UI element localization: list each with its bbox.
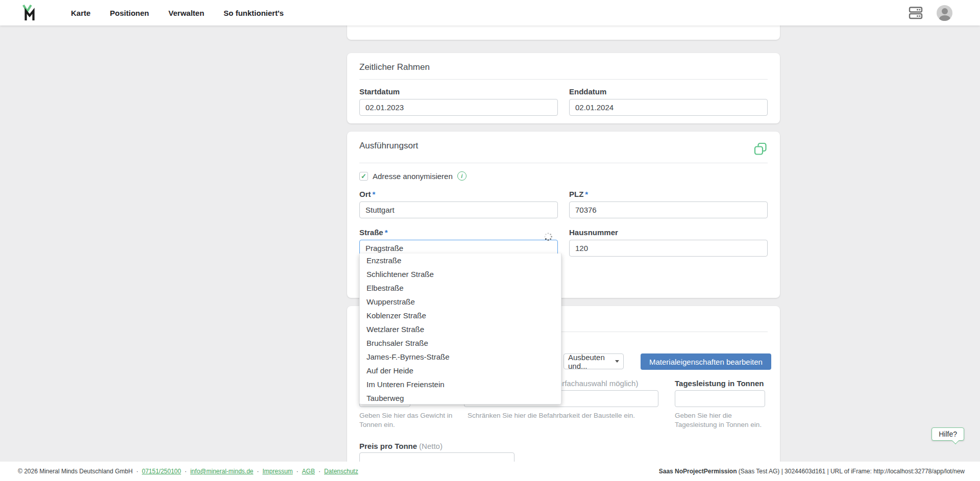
field-startdatum: Startdatum [359,87,558,116]
footer-link[interactable]: Impressum [253,468,292,475]
user-avatar[interactable] [937,5,952,21]
loading-spinner-icon [544,232,553,241]
materialeigenschaften-bearbeiten-button[interactable]: Materialeigenschaften bearbeiten [641,353,771,370]
suggestion-item[interactable]: Tauberweg [360,391,561,404]
required-asterisk: * [373,190,376,198]
suggestion-item[interactable]: Wupperstraße [360,295,561,309]
checkmark-icon: ✓ [361,173,366,180]
field-plz: PLZ* [569,190,768,218]
divider [359,79,768,80]
section-title: Ausführungsort [359,141,418,151]
avatar-head [942,8,948,14]
anonymize-label: Adresse anonymisieren [373,172,453,181]
street-suggestions-dropdown: EnzstraßeSchlichtener StraßeElbestraßeWu… [359,254,561,404]
befahrbarkeit-select[interactable]: Ausbeuten und... [564,353,624,369]
footer-link[interactable]: 07151/250100 [133,468,181,475]
anonymize-checkbox[interactable]: ✓ [359,172,368,181]
main-nav: KartePositionenVerwaltenSo funktioniert'… [71,9,284,17]
suggestion-item[interactable]: James-F.-Byrnes-Straße [360,350,561,364]
top-navbar: KartePositionenVerwaltenSo funktioniert'… [0,0,980,26]
header-right [908,5,952,21]
chevron-down-icon [615,360,619,363]
netto-suffix: (Netto) [419,442,443,450]
startdatum-label: Startdatum [359,87,558,96]
environment-info: (Saas Test AG) | 30244603d161 | URL of i… [737,468,965,475]
footer-links: 07151/250100info@mineral-minds.deImpress… [133,468,358,475]
footer-bar: © 2026 Mineral Minds Deutschland GmbH 07… [0,462,980,481]
field-ort: Ort* [359,190,558,218]
info-icon[interactable]: i [457,171,467,181]
field-enddatum: Enddatum [569,87,768,116]
suggestion-item[interactable]: Schlichtener Straße [360,267,561,281]
suggestion-item[interactable]: Im Unteren Freienstein [360,377,561,391]
section-title: Zeitlicher Rahmen [359,62,768,72]
enddatum-input[interactable] [569,99,768,116]
enddatum-label: Enddatum [569,87,768,96]
select-value: Ausbeuten und... [568,353,612,370]
footer-left: © 2026 Mineral Minds Deutschland GmbH 07… [18,468,358,475]
field-strasse: Straße* [359,228,558,257]
gewicht-helper-text: Geben Sie hier das Gewicht in Tonnen ein… [359,411,464,429]
bubble-tail [952,437,959,444]
suggestion-item[interactable]: Auf der Heide [360,364,561,377]
footer-link[interactable]: Datenschutz [315,468,358,475]
copyright-text: © 2026 Mineral Minds Deutschland GmbH [18,468,133,475]
footer-right: Saas NoProjectPermission (Saas Test AG) … [659,468,965,475]
ort-label: Ort [359,190,371,198]
hilfe-button[interactable]: Hilfe? [932,427,964,441]
avatar-body [939,15,950,21]
hausnummer-label: Hausnummer [569,228,768,237]
tagesleistung-input[interactable] [675,390,765,407]
plz-input[interactable] [569,201,768,218]
tagesleistung-label: Tagesleistung in Tonnen [675,379,764,388]
divider [359,163,768,163]
nav-item[interactable]: Positionen [110,9,149,17]
suggestion-item[interactable]: Koblenzer Straße [360,309,561,322]
mineral-minds-logo-icon[interactable] [22,4,37,22]
app-window: KartePositionenVerwaltenSo funktioniert'… [0,0,980,481]
card-zeitlicher-rahmen: Zeitlicher Rahmen Startdatum Enddatum [347,53,780,123]
footer-link[interactable]: AGB [293,468,315,475]
copy-icon[interactable] [753,142,768,156]
befahrbarkeit-helper-text: Schränken Sie hier die Befahrbarkeit der… [468,411,641,420]
startdatum-input[interactable] [359,99,558,116]
required-asterisk: * [385,228,388,237]
card-stack-icon[interactable] [908,5,923,20]
tagesleistung-helper-text: Geben Sie hier die Tagesleistung in Tonn… [675,411,774,429]
nav-item[interactable]: Karte [71,9,90,17]
field-hausnummer: Hausnummer [569,228,768,257]
suggestion-item[interactable]: Elbestraße [360,281,561,295]
footer-link[interactable]: info@mineral-minds.de [181,468,254,475]
nav-item[interactable]: Verwalten [168,9,204,17]
strasse-label: Straße [359,228,383,237]
nav-item[interactable]: So funktioniert's [224,9,284,17]
required-asterisk: * [585,190,588,198]
ort-input[interactable] [359,201,558,218]
plz-label: PLZ [569,190,583,198]
suggestion-item[interactable]: Enzstraße [360,254,561,267]
suggestion-item[interactable]: Wetzlarer Straße [360,322,561,336]
hausnummer-input[interactable] [569,240,768,257]
suggestion-item[interactable]: Bruchsaler Straße [360,336,561,350]
preis-pro-tonne-label: Preis pro Tonne(Netto) [359,442,443,450]
tenant-name: Saas NoProjectPermission [659,468,737,475]
